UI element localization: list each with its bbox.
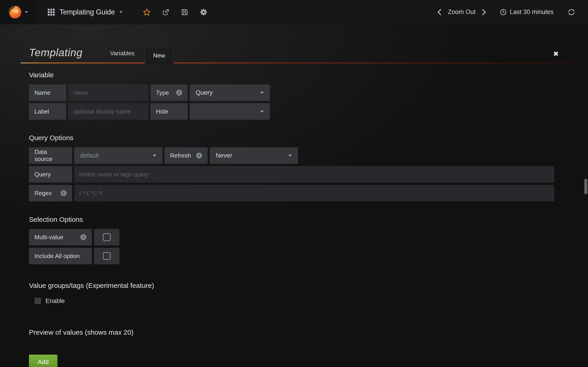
dashboard-title: Templating Guide bbox=[60, 8, 115, 16]
share-button[interactable] bbox=[162, 8, 170, 16]
query-options-title: Query Options bbox=[29, 134, 554, 142]
time-back-button[interactable] bbox=[437, 9, 441, 15]
multi-value-checkbox[interactable] bbox=[94, 229, 120, 245]
close-icon[interactable]: ✖ bbox=[553, 50, 559, 57]
zoom-out-button[interactable]: Zoom Out bbox=[448, 8, 476, 16]
refresh-label: Refresh i bbox=[164, 147, 208, 164]
chevron-right-icon bbox=[482, 9, 486, 15]
include-all-row: Include All option bbox=[29, 248, 554, 264]
time-forward-button[interactable] bbox=[482, 9, 486, 15]
type-label: Type i bbox=[150, 84, 188, 101]
include-all-label: Include All option bbox=[29, 248, 92, 264]
templating-header: Templating Variables New ✖ bbox=[21, 24, 585, 63]
selection-options-title: Selection Options bbox=[29, 216, 554, 223]
multi-value-label: Multi-value i bbox=[29, 229, 92, 245]
include-all-checkbox[interactable] bbox=[94, 248, 120, 264]
chevron-left-icon bbox=[437, 9, 441, 15]
chevron-down-icon bbox=[260, 110, 264, 113]
variable-name-row: Name Type i Query bbox=[29, 84, 554, 101]
type-select[interactable]: Query bbox=[190, 84, 270, 101]
regex-info-icon: i bbox=[61, 190, 67, 196]
settings-button[interactable] bbox=[199, 8, 208, 16]
share-icon bbox=[162, 8, 170, 16]
time-controls: Zoom Out Last 30 minutes bbox=[437, 0, 588, 24]
navbar-spacer bbox=[208, 0, 437, 24]
datasource-select-value: default bbox=[80, 152, 99, 159]
name-input[interactable] bbox=[68, 84, 148, 101]
regex-row: Regex i bbox=[29, 185, 554, 201]
page-title: Templating bbox=[29, 47, 82, 63]
save-button[interactable] bbox=[181, 8, 189, 16]
value-groups-title: Value groups/tags (Experimental feature) bbox=[29, 282, 554, 290]
time-range-picker[interactable]: Last 30 minutes bbox=[498, 8, 555, 16]
preview-title: Preview of values (shows max 20) bbox=[29, 328, 554, 336]
type-info-icon: i bbox=[176, 90, 182, 96]
star-icon bbox=[143, 8, 151, 16]
tab-variables[interactable]: Variables bbox=[110, 50, 134, 63]
query-row: Query bbox=[29, 166, 554, 183]
add-button[interactable]: Add bbox=[29, 355, 57, 367]
time-range-label: Last 30 minutes bbox=[510, 8, 553, 16]
clock-icon bbox=[500, 9, 507, 16]
chevron-down-icon bbox=[260, 92, 264, 94]
save-icon bbox=[181, 8, 189, 16]
top-navbar: Templating Guide bbox=[0, 0, 588, 24]
grafana-menu-caret-icon bbox=[25, 11, 28, 13]
tab-new[interactable]: New bbox=[145, 47, 174, 64]
multi-value-row: Multi-value i bbox=[29, 229, 554, 245]
enable-row: Enable bbox=[35, 296, 554, 306]
variable-label-row: Label Hide bbox=[29, 103, 554, 120]
grafana-logo-icon bbox=[7, 5, 23, 20]
chevron-down-icon bbox=[153, 155, 156, 157]
label-input[interactable] bbox=[68, 103, 148, 120]
scrollbar-thumb[interactable] bbox=[584, 179, 587, 194]
hide-label: Hide bbox=[150, 103, 188, 120]
label-label: Label bbox=[29, 103, 66, 120]
checkbox-icon bbox=[103, 252, 111, 260]
dashboard-caret-icon bbox=[120, 11, 123, 13]
datasource-label: Data source bbox=[29, 147, 72, 164]
variable-section-title: Variable bbox=[29, 71, 554, 79]
name-label: Name bbox=[29, 84, 66, 101]
checkbox-icon bbox=[103, 233, 111, 241]
query-label: Query bbox=[29, 166, 72, 183]
dashboard-grid-icon bbox=[48, 8, 55, 16]
gear-icon bbox=[199, 8, 208, 16]
star-button[interactable] bbox=[143, 8, 151, 16]
enable-checkbox[interactable] bbox=[35, 298, 41, 304]
regex-label: Regex i bbox=[29, 185, 72, 201]
dashboard-actions bbox=[132, 0, 208, 24]
multi-value-info-icon: i bbox=[80, 234, 86, 240]
datasource-select[interactable]: default bbox=[74, 147, 162, 164]
grafana-main-menu[interactable] bbox=[0, 0, 36, 24]
enable-label: Enable bbox=[45, 298, 65, 305]
query-input[interactable] bbox=[74, 166, 554, 183]
type-select-value: Query bbox=[196, 89, 213, 96]
dashboard-picker[interactable]: Templating Guide bbox=[36, 0, 132, 24]
chevron-down-icon bbox=[288, 155, 292, 157]
dashboard-settings-view: Templating Variables New ✖ Variable Name… bbox=[0, 24, 588, 367]
zoom-out-label: Zoom Out bbox=[448, 8, 476, 16]
datasource-row: Data source default Refresh i Never bbox=[29, 147, 554, 164]
refresh-button[interactable] bbox=[568, 8, 575, 16]
refresh-select-value: Never bbox=[216, 152, 232, 159]
refresh-info-icon: i bbox=[196, 152, 202, 158]
hide-select[interactable] bbox=[190, 103, 270, 120]
refresh-select[interactable]: Never bbox=[210, 147, 298, 164]
regex-input[interactable] bbox=[74, 185, 554, 201]
variable-editor: Variable Name Type i Query Label Hide Qu… bbox=[0, 71, 588, 367]
refresh-icon bbox=[568, 8, 575, 16]
